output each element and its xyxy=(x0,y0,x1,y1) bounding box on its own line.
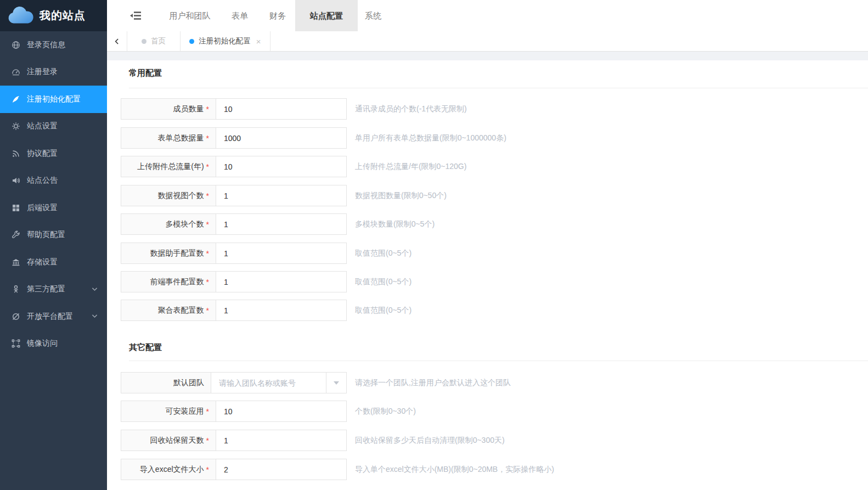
section-title-common-config: 常用配置 xyxy=(129,68,162,78)
field-label-text: 数据视图个数 xyxy=(158,191,204,201)
field-label: 前端事件配置数* xyxy=(121,271,216,292)
installable-apps-input[interactable] xyxy=(216,401,346,421)
back-button[interactable] xyxy=(107,31,127,51)
nav-tab-forms[interactable]: 表单 xyxy=(232,0,248,31)
field-input-cell xyxy=(216,98,347,120)
wrench-icon xyxy=(11,230,20,240)
sidebar-item-label: 登录页信息 xyxy=(27,40,65,50)
form-row-multi-module-count: 多模块个数* 多模块数量(限制0~5个) xyxy=(121,213,347,235)
sidebar-item-login-page-info[interactable]: 登录页信息 xyxy=(0,31,107,59)
field-label-text: 可安装应用 xyxy=(166,407,204,416)
sidebar-menu: 登录页信息 注册登录 注册初始化配置 站点设置 协议配置 xyxy=(0,31,107,357)
page-tab-register-init-config[interactable]: 注册初始化配置 × xyxy=(181,31,270,51)
field-hint: 个数(限制0~30个) xyxy=(355,401,416,422)
mirror-selection-icon xyxy=(11,339,20,348)
member-count-input[interactable] xyxy=(216,99,346,119)
select-dropdown-button[interactable] xyxy=(326,373,346,393)
sidebar-item-protocol-config[interactable]: 协议配置 xyxy=(0,140,107,167)
data-assistant-count-input[interactable] xyxy=(216,243,346,263)
field-input-cell xyxy=(216,213,347,235)
field-label: 导入excel文件大小* xyxy=(121,459,216,480)
form-row-form-data-total: 表单总数据量* 单用户所有表单总数据量(限制0~1000000条) xyxy=(121,127,347,149)
upload-traffic-input[interactable] xyxy=(216,156,346,177)
globe-icon xyxy=(11,40,20,49)
aggregate-table-count-input[interactable] xyxy=(216,300,346,320)
form-row-excel-file-size: 导入excel文件大小* 导入单个excel文件大小(MB)(限制0~20MB，… xyxy=(121,459,347,480)
field-input-cell xyxy=(216,185,347,206)
nav-tab-site-config[interactable]: 站点配置 xyxy=(295,0,358,31)
required-mark: * xyxy=(206,306,209,315)
nav-tab-system[interactable]: 系统 xyxy=(365,0,381,31)
default-team-select-input[interactable] xyxy=(211,373,326,393)
dashboard-icon xyxy=(11,67,20,77)
field-hint: 请选择一个团队,注册用户会默认进入这个团队 xyxy=(355,372,511,393)
field-label: 数据视图个数* xyxy=(121,185,216,206)
excel-file-size-input[interactable] xyxy=(216,459,346,480)
sidebar: 我的站点 登录页信息 注册登录 注册初始化配置 站点设置 xyxy=(0,0,107,490)
chevron-down-icon xyxy=(91,312,98,321)
sidebar-item-label: 开放平台配置 xyxy=(27,312,73,322)
sidebar-item-label: 注册初始化配置 xyxy=(27,94,81,104)
section-divider xyxy=(129,88,868,88)
sidebar-item-mirror-access[interactable]: 镜像访问 xyxy=(0,330,107,358)
form-row-recycle-bin-days: 回收站保留天数* 回收站保留多少天后自动清理(限制0~300天) xyxy=(121,430,347,451)
field-select-cell xyxy=(211,372,347,393)
data-view-count-input[interactable] xyxy=(216,185,346,206)
bank-icon xyxy=(11,257,20,267)
required-mark: * xyxy=(206,220,209,229)
main-area: 用户和团队 表单 财务 站点配置 系统 首页 注册初始化配置 × 常用配置 成员… xyxy=(107,0,868,490)
field-hint: 数据视图数量(限制0~50个) xyxy=(355,185,447,206)
form-data-total-input[interactable] xyxy=(216,128,346,148)
field-hint: 单用户所有表单总数据量(限制0~1000000条) xyxy=(355,127,506,149)
field-label: 默认团队 xyxy=(121,372,211,393)
sidebar-item-open-platform-config[interactable]: 开放平台配置 xyxy=(0,303,107,330)
field-input-cell xyxy=(216,156,347,177)
field-label: 数据助手配置数* xyxy=(121,243,216,264)
nav-tab-users-teams[interactable]: 用户和团队 xyxy=(170,0,211,31)
field-input-cell xyxy=(216,430,347,451)
field-hint: 通讯录成员的个数(-1代表无限制) xyxy=(355,98,467,120)
field-input-cell xyxy=(216,127,347,149)
close-icon[interactable]: × xyxy=(256,37,261,46)
page-tab-bar: 首页 注册初始化配置 × xyxy=(107,31,868,52)
field-label-text: 默认团队 xyxy=(173,378,204,388)
required-mark: * xyxy=(206,105,209,114)
app-logo[interactable]: 我的站点 xyxy=(0,0,107,31)
sidebar-item-label: 后端设置 xyxy=(27,203,58,213)
required-mark: * xyxy=(206,407,209,416)
sidebar-item-site-settings[interactable]: 站点设置 xyxy=(0,113,107,140)
field-label-text: 数据助手配置数 xyxy=(150,249,204,258)
speaker-icon xyxy=(11,176,20,185)
section-title-other-config: 其它配置 xyxy=(129,342,162,353)
sidebar-item-storage-settings[interactable]: 存储设置 xyxy=(0,249,107,276)
app-title: 我的站点 xyxy=(40,8,86,23)
multi-module-count-input[interactable] xyxy=(216,214,346,234)
sidebar-item-help-page-config[interactable]: 帮助页配置 xyxy=(0,222,107,249)
nav-tab-finance[interactable]: 财务 xyxy=(269,0,286,31)
section-divider xyxy=(129,361,868,361)
required-mark: * xyxy=(206,436,209,445)
field-hint: 取值范围(0~5个) xyxy=(355,271,412,292)
form-row-member-count: 成员数量* 通讯录成员的个数(-1代表无限制) xyxy=(121,98,347,120)
field-hint: 取值范围(0~5个) xyxy=(355,243,412,264)
field-label: 上传附件总流量(年)* xyxy=(121,156,216,177)
field-input-cell xyxy=(216,243,347,264)
sidebar-item-backend-settings[interactable]: 后端设置 xyxy=(0,194,107,222)
sidebar-item-register-init-config[interactable]: 注册初始化配置 xyxy=(0,86,107,113)
sidebar-item-label: 站点公告 xyxy=(27,176,58,185)
sidebar-item-third-party-config[interactable]: 第三方配置 xyxy=(0,276,107,303)
field-label: 回收站保留天数* xyxy=(121,430,216,451)
sidebar-item-site-announcement[interactable]: 站点公告 xyxy=(0,167,107,195)
collapse-menu-icon[interactable] xyxy=(128,0,143,31)
field-label-text: 前端事件配置数 xyxy=(150,277,204,287)
ring-slash-icon xyxy=(11,312,20,321)
quill-icon xyxy=(11,94,20,104)
sidebar-item-register-login[interactable]: 注册登录 xyxy=(0,59,107,86)
field-hint: 回收站保留多少天后自动清理(限制0~300天) xyxy=(355,430,505,451)
chevron-down-icon xyxy=(334,381,339,385)
page-tab-label: 注册初始化配置 xyxy=(199,36,251,46)
field-input-cell xyxy=(216,459,347,480)
frontend-event-count-input[interactable] xyxy=(216,272,346,292)
recycle-bin-days-input[interactable] xyxy=(216,430,346,450)
page-tab-home[interactable]: 首页 xyxy=(127,31,181,51)
